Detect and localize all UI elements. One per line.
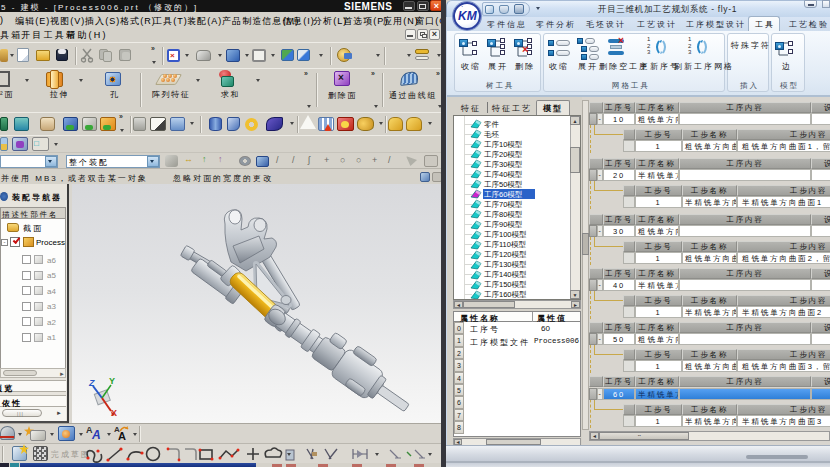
- svg-text:Z: Z: [88, 378, 95, 388]
- svg-text:X: X: [111, 408, 117, 418]
- svg-text:Y: Y: [109, 376, 115, 386]
